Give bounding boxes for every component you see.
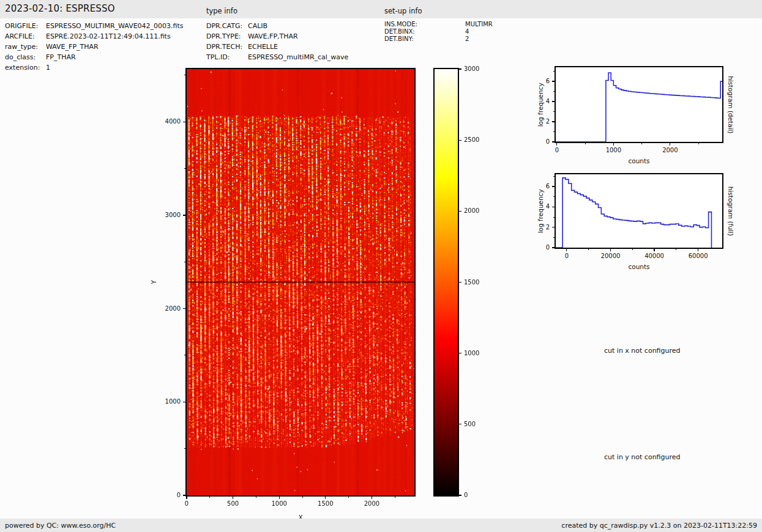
y-tick-label: 2000 — [155, 305, 181, 312]
x-minor-tick — [209, 496, 210, 498]
type_info-value: ESPRESSO_multiMR_cal_wave — [248, 53, 348, 61]
footer-created-by: created by qc_rawdisp.py v1.2.3 on 2023-… — [561, 522, 757, 530]
x-tick — [186, 496, 187, 499]
x-minor-tick — [588, 248, 589, 250]
y-tick — [552, 81, 555, 81]
hist-counts-label: counts — [614, 157, 663, 165]
y-tick-label: 0 — [155, 492, 181, 499]
x-tick-label: 2000 — [655, 147, 685, 154]
x-tick — [233, 496, 233, 499]
x-tick-label: 20000 — [595, 253, 626, 260]
y-tick — [183, 215, 186, 215]
file_info-value: ESPRE.2023-02-11T12:49:04.111.fits — [46, 32, 171, 40]
type_info-value: CALIB — [248, 22, 267, 30]
x-minor-tick — [348, 496, 349, 498]
x-minor-tick — [395, 496, 395, 498]
y-minor-tick — [184, 262, 186, 262]
x-tick — [698, 248, 698, 251]
y-tick — [552, 141, 555, 142]
file_info-value: FP_THAR — [46, 53, 76, 61]
colorbar-tick — [458, 495, 461, 495]
y-tick-label: 0 — [524, 138, 550, 146]
colorbar-tick-label: 2000 — [464, 207, 479, 215]
x-tick-label: 1500 — [310, 500, 341, 508]
setup_info-label: INS.MODE: — [384, 21, 417, 28]
y-tick-label: 0 — [524, 244, 550, 251]
file_info-value: WAVE_FP_THAR — [46, 43, 99, 51]
colorbar-tick-label: 1000 — [464, 350, 479, 357]
y-minor-tick — [184, 448, 186, 449]
x-tick-label: 1000 — [598, 147, 629, 154]
colorbar-tick — [458, 424, 461, 424]
page-title: 2023-02-10: ESPRESSO — [5, 3, 115, 14]
setup_info-value: MULTIMR — [465, 21, 493, 28]
y-minor-tick — [553, 131, 555, 132]
x-tick-label: 40000 — [639, 253, 670, 260]
y-minor-tick — [184, 75, 186, 75]
y-tick — [183, 308, 186, 309]
file_info-label: raw_type: — [5, 43, 38, 51]
histogram-step-line — [556, 73, 722, 142]
y-axis-label: Y — [150, 276, 158, 288]
x-minor-tick — [302, 496, 303, 498]
qc-report-page: { "header": { "title": "2023-02-10: ESPR… — [0, 0, 762, 532]
x-tick — [670, 142, 670, 146]
x-tick-label: 0 — [551, 253, 582, 260]
x-tick-label: 2000 — [356, 500, 387, 508]
y-minor-tick — [184, 168, 186, 169]
y-minor-tick — [553, 71, 555, 72]
x-tick — [610, 248, 611, 251]
y-tick-label: 4000 — [155, 118, 181, 125]
x-tick — [372, 496, 372, 499]
y-tick — [552, 121, 555, 122]
y-tick — [183, 495, 186, 495]
y-minor-tick — [553, 111, 555, 112]
setup_info-label: DET.BINY: — [384, 35, 414, 42]
type_info-label: DPR.CATG: — [206, 22, 242, 30]
hist-side-label: histogram (full) — [727, 177, 735, 245]
y-minor-tick — [553, 217, 555, 218]
x-minor-tick — [256, 496, 256, 498]
hist-logfreq-label: log frequency — [537, 77, 545, 132]
colorbar-tick-label: 1500 — [464, 279, 479, 286]
type_info-value: WAVE,FP,THAR — [248, 32, 298, 40]
footer-powered-by: powered by QC: www.eso.org/HC — [5, 522, 116, 530]
histogram-curve — [556, 174, 722, 248]
x-tick — [613, 142, 614, 146]
x-tick — [556, 142, 557, 146]
y-tick — [183, 402, 186, 402]
hist-counts-label: counts — [614, 263, 663, 271]
x-minor-tick — [632, 248, 633, 250]
y-tick — [552, 227, 555, 227]
type_info-label: DPR.TECH: — [206, 43, 242, 51]
x-minor-tick — [585, 142, 586, 144]
colorbar-tick-label: 3000 — [464, 65, 479, 73]
y-tick-label: 1000 — [155, 398, 181, 405]
file_info-label: extension: — [5, 64, 40, 72]
x-minor-tick — [676, 248, 676, 250]
colorbar-tick — [458, 68, 461, 69]
histogram-curve — [556, 67, 722, 142]
x-tick — [325, 496, 326, 499]
file_info-label: ORIGFILE: — [5, 22, 38, 30]
file_info-value: ESPRESSO_MULTIMR_WAVE042_0003.fits — [46, 22, 184, 30]
x-tick — [566, 248, 567, 251]
x-tick — [654, 248, 654, 251]
x-tick-label: 0 — [542, 147, 572, 154]
y-tick-label: 3000 — [155, 212, 181, 219]
file_info-label: do_class: — [5, 53, 35, 61]
type-info-heading: type info — [206, 7, 237, 15]
colorbar-tick — [458, 282, 461, 283]
raw-image-frame — [185, 68, 416, 497]
colorbar-tick — [458, 353, 461, 353]
colorbar — [433, 68, 459, 497]
raw-image-canvas — [187, 69, 414, 495]
colorbar-tick-label: 0 — [464, 492, 468, 499]
cut-y-message: cut in y not configured — [604, 453, 681, 461]
y-minor-tick — [553, 196, 555, 197]
colorbar-tick — [458, 211, 461, 212]
cut-x-message: cut in x not configured — [604, 347, 681, 355]
setup_info-value: 2 — [465, 35, 469, 42]
x-tick-label: 60000 — [683, 253, 714, 260]
hist-logfreq-label: log frequency — [537, 183, 545, 238]
